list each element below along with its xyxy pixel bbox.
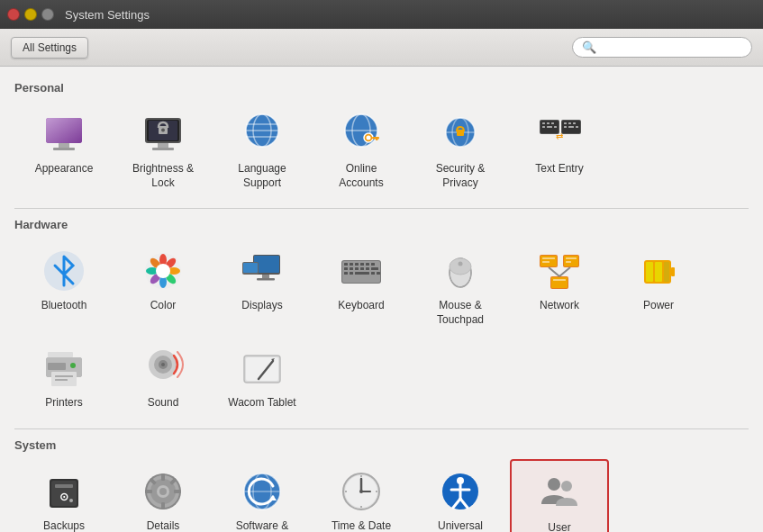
search-input[interactable] [601, 41, 742, 54]
svg-rect-105 [655, 262, 662, 282]
settings-item-user-accounts[interactable]: UserAccounts [510, 459, 609, 532]
settings-item-label-network: Network [540, 299, 579, 313]
svg-rect-106 [664, 262, 669, 282]
svg-line-101 [559, 267, 570, 276]
svg-rect-73 [344, 267, 348, 270]
settings-item-bluetooth[interactable]: Bluetooth [14, 239, 114, 336]
settings-item-language-support[interactable]: LanguageSupport [213, 102, 312, 199]
svg-rect-82 [371, 272, 375, 275]
svg-rect-111 [55, 375, 73, 377]
settings-item-label-appearance: Appearance [35, 162, 94, 176]
svg-rect-71 [366, 263, 369, 266]
settings-item-universal-access[interactable]: UniversalAccess [411, 459, 510, 532]
settings-item-label-bluetooth: Bluetooth [41, 299, 87, 313]
settings-item-label-backups: Backups [43, 519, 85, 532]
svg-rect-11 [152, 148, 174, 150]
settings-item-wacom-tablet[interactable]: Wacom Tablet [213, 336, 312, 419]
settings-item-appearance[interactable]: Appearance [14, 102, 114, 199]
universal-access-icon [437, 468, 484, 515]
svg-rect-114 [48, 363, 66, 370]
settings-item-backups[interactable]: ⊙ Backups [14, 459, 114, 532]
svg-line-100 [549, 267, 559, 276]
svg-rect-78 [371, 267, 378, 270]
settings-item-security-privacy[interactable]: Security &Privacy [411, 102, 510, 199]
settings-item-network[interactable]: Network [510, 239, 609, 336]
close-button[interactable] [7, 8, 20, 21]
settings-item-power[interactable]: Power [609, 239, 708, 336]
section-grid-system: ⊙ Backups Details Software &Updates [14, 459, 749, 532]
svg-rect-125 [55, 484, 73, 488]
svg-rect-99 [553, 279, 566, 281]
svg-rect-61 [262, 275, 269, 278]
svg-rect-64 [243, 263, 258, 273]
svg-point-159 [548, 478, 560, 491]
settings-item-label-software-updates: Software &Updates [236, 519, 289, 532]
settings-item-label-online-accounts: OnlineAccounts [339, 162, 383, 190]
window-title: System Settings [65, 8, 150, 22]
settings-item-color[interactable]: Color [114, 239, 213, 336]
svg-rect-62 [257, 278, 275, 281]
svg-rect-34 [547, 122, 550, 124]
settings-item-online-accounts[interactable]: OnlineAccounts [312, 102, 411, 199]
svg-rect-10 [158, 143, 168, 148]
settings-item-details[interactable]: Details [114, 459, 213, 532]
svg-rect-107 [48, 352, 73, 357]
user-accounts-icon [536, 470, 583, 517]
security-icon [437, 111, 484, 158]
printers-icon [41, 345, 87, 392]
backups-icon: ⊙ [41, 468, 87, 515]
settings-item-label-power: Power [643, 299, 674, 313]
all-settings-button[interactable]: All Settings [11, 37, 88, 59]
software-updates-icon [239, 468, 286, 515]
svg-rect-75 [355, 267, 359, 270]
section-divider [14, 208, 749, 209]
svg-rect-72 [371, 263, 375, 266]
wacom-icon [239, 345, 286, 392]
settings-item-label-wacom-tablet: Wacom Tablet [228, 396, 295, 410]
settings-item-sound[interactable]: Sound [114, 336, 213, 419]
settings-item-label-text-entry: Text Entry [535, 162, 583, 176]
settings-item-printers[interactable]: Printers [14, 336, 114, 419]
settings-item-text-entry[interactable]: ⇄ Text Entry [510, 102, 609, 199]
section-title-personal: Personal [14, 81, 749, 95]
svg-rect-104 [646, 262, 653, 282]
settings-item-label-time-date: Time & Date [332, 519, 391, 532]
settings-item-label-security-privacy: Security &Privacy [436, 162, 486, 190]
svg-point-87 [450, 258, 471, 275]
svg-rect-36 [542, 126, 545, 128]
online-accounts-icon [338, 111, 385, 158]
svg-rect-1 [46, 118, 82, 143]
settings-item-time-date[interactable]: Time & Date [312, 459, 411, 532]
settings-item-label-displays: Displays [241, 299, 282, 313]
power-icon [635, 248, 682, 294]
minimize-button[interactable] [24, 8, 37, 21]
settings-item-keyboard[interactable]: Keyboard [312, 239, 411, 336]
settings-item-mouse-touchpad[interactable]: Mouse &Touchpad [411, 239, 510, 336]
maximize-button[interactable] [41, 8, 54, 21]
mouse-icon [437, 248, 484, 294]
settings-item-label-color: Color [150, 299, 177, 313]
section-divider [14, 428, 749, 429]
settings-item-brightness-lock[interactable]: Brightness &Lock [114, 102, 213, 199]
svg-rect-112 [55, 379, 68, 381]
settings-item-software-updates[interactable]: Software &Updates [213, 459, 312, 532]
svg-point-9 [161, 129, 165, 132]
titlebar-buttons [7, 8, 54, 21]
details-icon [140, 468, 186, 515]
svg-rect-133 [145, 490, 152, 493]
svg-rect-83 [377, 272, 380, 275]
svg-rect-95 [566, 257, 577, 259]
svg-rect-74 [350, 267, 353, 270]
settings-item-displays[interactable]: Displays [213, 239, 312, 336]
bluetooth-icon [41, 248, 87, 294]
brightness-icon [140, 111, 186, 158]
svg-rect-43 [573, 122, 576, 124]
svg-point-23 [367, 136, 371, 140]
svg-rect-132 [161, 502, 165, 509]
svg-rect-2 [59, 143, 69, 148]
settings-item-label-mouse-touchpad: Mouse &Touchpad [437, 299, 484, 327]
titlebar: System Settings [0, 0, 763, 29]
network-icon [536, 248, 583, 294]
svg-rect-33 [542, 122, 545, 124]
svg-rect-42 [568, 122, 571, 124]
